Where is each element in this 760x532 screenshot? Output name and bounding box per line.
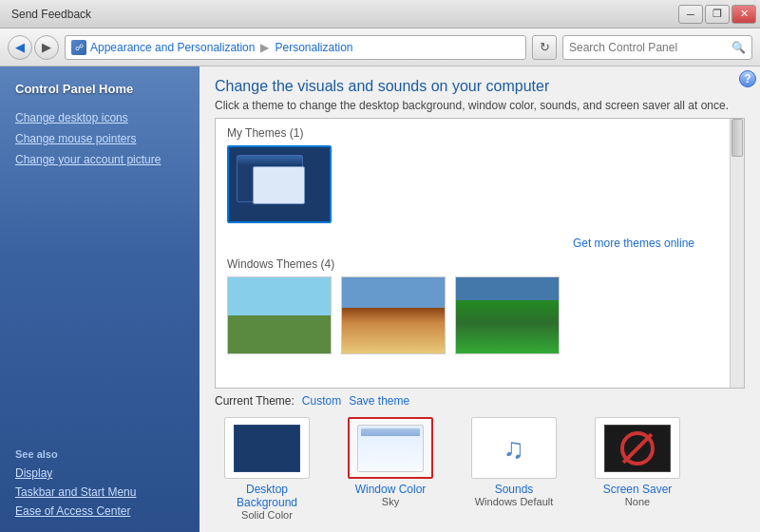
main-layout: Control Panel Home Change desktop icons … xyxy=(0,66,760,532)
help-button[interactable]: ? xyxy=(739,70,756,87)
content-header: Change the visuals and sounds on your co… xyxy=(200,66,760,118)
no-sign-icon xyxy=(620,431,655,466)
thumb-forest-bg xyxy=(456,277,559,353)
option-window-color[interactable]: Window Color Sky xyxy=(338,417,443,521)
window-color-icon-box xyxy=(348,417,433,479)
content-area: ? Change the visuals and sounds on your … xyxy=(200,66,760,532)
desktop-bg-icon-box xyxy=(224,417,310,479)
close-button[interactable]: ✕ xyxy=(732,5,756,24)
option-sounds[interactable]: ♫ Sounds Windows Default xyxy=(462,417,566,521)
sidebar-link-ease-of-access[interactable]: Ease of Access Center xyxy=(0,502,200,521)
theme-scroll-inner: My Themes (1) xyxy=(216,119,744,370)
scrollbar-thumb[interactable] xyxy=(732,119,743,157)
window-color-label: Window Color xyxy=(355,483,427,496)
sidebar-link-account-picture[interactable]: Change your account picture xyxy=(0,149,200,170)
theme-thumb-desert xyxy=(341,276,446,354)
thumb-mountain-bg xyxy=(342,277,445,353)
breadcrumb-sep: ▶ xyxy=(260,41,269,54)
sidebar-link-display[interactable]: Display xyxy=(0,464,200,483)
title-bar: Send Feedback ─ ❐ ✕ xyxy=(0,0,760,28)
save-theme-link[interactable]: Save theme xyxy=(349,394,409,408)
theme-thumb-custom xyxy=(227,145,332,223)
get-more-section: Get more themes online xyxy=(227,235,732,254)
sounds-icon: ♫ xyxy=(504,434,525,463)
theme-item-landscape[interactable] xyxy=(227,276,332,354)
music-notes: ♫ xyxy=(504,434,525,463)
sidebar-see-also-title: See also xyxy=(0,441,200,464)
sounds-icon-box: ♫ xyxy=(471,417,557,479)
content-subtitle: Click a theme to change the desktop back… xyxy=(215,99,745,112)
desktop-bg-label: Desktop Background xyxy=(215,483,319,509)
search-box[interactable]: 🔍 xyxy=(562,35,752,60)
screen-saver-sublabel: None xyxy=(625,496,650,507)
nav-back-forward: ◀ ▶ xyxy=(8,35,59,60)
current-theme-name: Custom xyxy=(302,394,341,408)
sidebar-link-mouse-pointers[interactable]: Change mouse pointers xyxy=(0,128,200,149)
window-color-icon xyxy=(357,425,424,472)
theme-thumb-custom-bg xyxy=(229,147,330,221)
option-desktop-bg[interactable]: Desktop Background Solid Color xyxy=(215,417,319,521)
forward-button[interactable]: ▶ xyxy=(34,35,59,60)
theme-scroll-area[interactable]: My Themes (1) xyxy=(215,118,745,389)
theme-thumb-nature xyxy=(455,276,560,354)
windows-themes-label: Windows Themes (4) xyxy=(227,257,732,271)
windows-themes-row xyxy=(227,276,732,354)
theme-item-nature[interactable] xyxy=(455,276,560,354)
scrollbar-track[interactable] xyxy=(730,119,744,388)
current-theme-prefix: Current Theme: xyxy=(215,394,294,408)
bottom-options: Desktop Background Solid Color Window Co… xyxy=(200,411,760,532)
nav-bar: ◀ ▶ ☍ Appearance and Personalization ▶ P… xyxy=(0,28,760,66)
title-bar-text: Send Feedback xyxy=(4,8,678,21)
thumb-window-top xyxy=(238,156,302,165)
search-input[interactable] xyxy=(569,41,728,54)
thumb-dialog xyxy=(253,166,305,204)
search-icon[interactable]: 🔍 xyxy=(732,41,746,54)
sidebar: Control Panel Home Change desktop icons … xyxy=(0,66,200,532)
screen-saver-icon xyxy=(604,425,671,472)
breadcrumb-appearance[interactable]: Appearance and Personalization xyxy=(90,41,255,54)
minimize-button[interactable]: ─ xyxy=(678,5,703,24)
sidebar-header: Control Panel Home xyxy=(0,78,200,107)
restore-button[interactable]: ❐ xyxy=(705,5,730,24)
sounds-sublabel: Windows Default xyxy=(475,496,554,507)
breadcrumb-personalization[interactable]: Personalization xyxy=(275,41,352,54)
sounds-label: Sounds xyxy=(495,483,534,496)
address-icon: ☍ xyxy=(71,40,86,55)
get-more-link[interactable]: Get more themes online xyxy=(573,235,713,254)
current-theme-bar: Current Theme: Custom Save theme xyxy=(200,389,760,411)
refresh-button[interactable]: ↻ xyxy=(532,35,557,60)
my-themes-label: My Themes (1) xyxy=(227,126,732,140)
sidebar-link-desktop-icons[interactable]: Change desktop icons xyxy=(0,107,200,128)
screen-saver-icon-box xyxy=(595,417,680,479)
desktop-bg-sublabel: Solid Color xyxy=(241,509,293,521)
title-bar-buttons: ─ ❐ ✕ xyxy=(678,5,756,24)
my-themes-row xyxy=(227,145,732,227)
screen-saver-label: Screen Saver xyxy=(603,483,673,496)
thumb-landscape-bg xyxy=(228,277,331,353)
window-color-sublabel: Sky xyxy=(382,496,399,507)
address-bar[interactable]: ☍ Appearance and Personalization ▶ Perso… xyxy=(65,35,526,60)
theme-item-desert[interactable] xyxy=(341,276,446,354)
theme-thumb-landscape xyxy=(227,276,332,354)
content-title: Change the visuals and sounds on your co… xyxy=(215,78,745,95)
address-icon-text: ☍ xyxy=(75,43,84,52)
theme-item-custom[interactable] xyxy=(227,145,332,227)
back-button[interactable]: ◀ xyxy=(8,35,32,60)
option-screen-saver[interactable]: Screen Saver None xyxy=(585,417,690,521)
desktop-bg-icon xyxy=(234,425,300,472)
sidebar-link-taskbar[interactable]: Taskbar and Start Menu xyxy=(0,483,200,502)
